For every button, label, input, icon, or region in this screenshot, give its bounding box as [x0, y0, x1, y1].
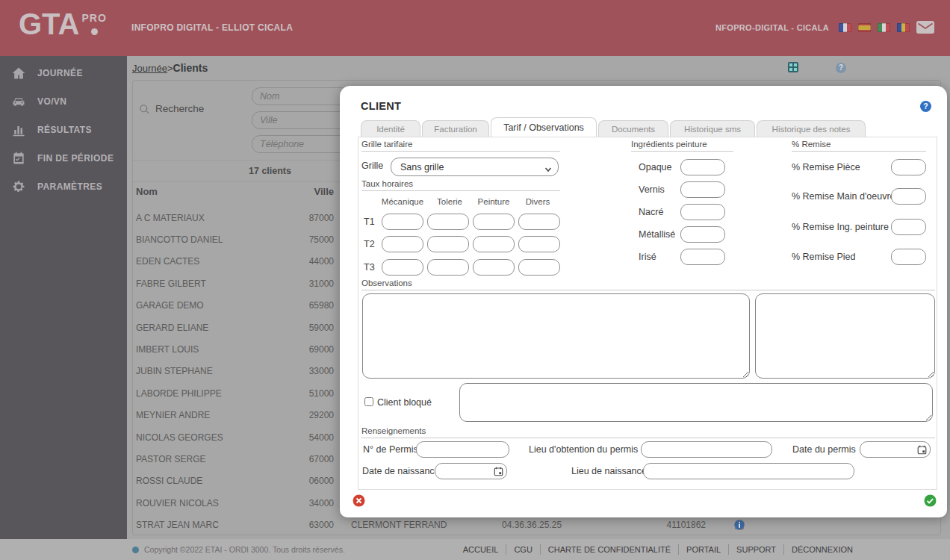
app-footer: Copyright ©2022 ETAI - ORDI 3000. Tous d…	[0, 539, 950, 560]
modal-title: CLIENT	[361, 100, 401, 112]
footer-link-cgu[interactable]: CGU	[506, 544, 539, 555]
sidebar-item-vovn[interactable]: VO/VN	[0, 87, 127, 116]
search-icon	[139, 104, 150, 115]
observations-secondary-textarea[interactable]	[755, 293, 935, 379]
sidebar-item-fin-de-periode[interactable]: FIN DE PÉRIODE	[0, 144, 127, 172]
client-bloque-textarea[interactable]	[459, 383, 933, 422]
taux-t3-peinture-input[interactable]	[473, 259, 515, 276]
car-icon	[11, 94, 26, 109]
flag-italy-icon[interactable]	[878, 23, 890, 32]
footer-link-portail[interactable]: PORTAIL	[678, 544, 728, 555]
cancel-button[interactable]	[353, 494, 365, 507]
taux-col-divers: Divers	[514, 197, 562, 206]
client-postal-code: 29200	[284, 410, 334, 420]
taux-t2-tolerie-input[interactable]	[427, 236, 469, 252]
mail-icon[interactable]	[916, 21, 934, 34]
taux-t1-peinture-input[interactable]	[473, 214, 515, 230]
client-postal-code: 87000	[284, 213, 334, 223]
breadcrumb-journee-link[interactable]: Journée	[132, 63, 167, 74]
client-bloque-checkbox[interactable]	[364, 397, 373, 406]
taux-t3-tolerie-input[interactable]	[427, 259, 469, 276]
sidebar-item-label: FIN DE PÉRIODE	[37, 153, 114, 164]
tab-documents[interactable]: Documents	[598, 120, 668, 137]
flag-romania-icon[interactable]	[897, 23, 910, 32]
tab-facturation[interactable]: Facturation	[422, 120, 489, 137]
tab-historique-notes[interactable]: Historique des notes	[757, 120, 866, 137]
client-number: 41101862	[621, 520, 706, 530]
taux-t3-divers-input[interactable]	[518, 259, 560, 276]
flag-france-icon[interactable]	[839, 23, 851, 32]
breadcrumb-separator: >	[167, 63, 173, 74]
footer-link-support[interactable]: SUPPORT	[728, 544, 783, 555]
ingredient-metallise-input[interactable]	[680, 226, 725, 243]
naissance-lieu-input[interactable]	[643, 463, 854, 479]
client-postal-code: 63000	[284, 520, 334, 530]
taux-t3-mecanique-input[interactable]	[382, 259, 423, 276]
ingredient-nacre-input[interactable]	[680, 204, 725, 220]
account-label: INFOPRO DIGITAL - ELLIOT CICALA	[131, 22, 293, 33]
taux-t2-peinture-input[interactable]	[473, 236, 515, 252]
taux-t2-mecanique-input[interactable]	[382, 236, 423, 252]
taux-t1-divers-input[interactable]	[518, 214, 560, 230]
info-icon[interactable]	[734, 520, 745, 530]
sidebar-item-journee[interactable]: JOURNÉE	[0, 59, 127, 87]
permis-date-input[interactable]	[865, 444, 917, 455]
modal-help-icon[interactable]: ?	[920, 101, 931, 112]
client-name: FABRE GILBERT	[136, 279, 206, 289]
permis-lieu-label: Lieu d'obtention du permis	[529, 444, 638, 455]
client-postal-code: 67000	[284, 454, 334, 464]
ingredient-nacre-label: Nacré	[639, 207, 663, 217]
client-name: A C MATERIAUX	[136, 213, 205, 223]
calendar-check-icon	[11, 151, 26, 166]
video-help-icon[interactable]	[788, 62, 798, 72]
client-name: GERARD ELIANE	[136, 323, 208, 333]
flag-spain-icon[interactable]	[858, 23, 871, 32]
calendar-icon[interactable]	[494, 467, 503, 476]
grille-select[interactable]: Sans grille	[391, 158, 559, 176]
section-observations: Observations	[361, 279, 935, 290]
bar-chart-icon	[11, 122, 26, 137]
tab-historique-sms[interactable]: Historique sms	[670, 120, 755, 137]
taux-col-tolerie: Tolerie	[426, 197, 474, 206]
validate-button[interactable]	[924, 494, 937, 507]
taux-t1-mecanique-input[interactable]	[382, 214, 423, 230]
remise-pied-input[interactable]	[891, 249, 926, 265]
sidebar-item-label: PARAMÈTRES	[37, 181, 102, 192]
permis-lieu-input[interactable]	[641, 441, 772, 458]
sidebar-item-label: RÉSULTATS	[37, 125, 92, 135]
section-remise: % Remise	[792, 140, 926, 152]
taux-t2-divers-input[interactable]	[518, 236, 560, 252]
sidebar-item-label: JOURNÉE	[37, 68, 83, 78]
remise-pied-label: % Remise Pied	[792, 252, 855, 262]
col-header-nom: Nom	[136, 186, 158, 197]
footer-link-accueil[interactable]: ACCUEIL	[456, 544, 506, 555]
tab-identite[interactable]: Identité	[361, 120, 420, 137]
observations-textarea[interactable]	[362, 293, 750, 379]
remise-piece-input[interactable]	[891, 159, 926, 175]
client-postal-code: 75000	[284, 234, 334, 245]
sidebar-item-resultats[interactable]: RÉSULTATS	[0, 116, 127, 144]
client-phone: 04.36.36.25.25	[502, 520, 562, 530]
remise-main-doeuvre-input[interactable]	[891, 188, 926, 205]
app-header: GTA PRO INFOPRO DIGITAL - ELLIOT CICALA …	[0, 0, 950, 56]
footer-link-charte[interactable]: CHARTE DE CONFIDENTIALITÉ	[540, 544, 678, 555]
client-postal-code: 54000	[284, 432, 334, 443]
client-postal-code: 33000	[284, 366, 334, 376]
grille-label: Grille	[361, 161, 383, 171]
footer-dot-icon	[132, 547, 139, 553]
permis-num-input[interactable]	[416, 441, 509, 458]
client-name: NICOLAS GEORGES	[136, 432, 223, 443]
page-help-icon[interactable]: ?	[836, 63, 846, 73]
client-postal-code: 65980	[284, 300, 334, 311]
tab-tarif-observations[interactable]: Tarif / Observations	[491, 117, 597, 137]
taux-t1-tolerie-input[interactable]	[427, 214, 469, 230]
naissance-date-label: Date de naissance	[362, 466, 440, 476]
ingredient-vernis-input[interactable]	[680, 181, 725, 198]
footer-link-deconnexion[interactable]: DÉCONNEXION	[783, 544, 860, 555]
naissance-date-input[interactable]	[440, 465, 494, 477]
calendar-icon[interactable]	[917, 445, 927, 455]
sidebar-item-parametres[interactable]: PARAMÈTRES	[0, 172, 127, 201]
remise-ing-peinture-input[interactable]	[891, 219, 926, 235]
ingredient-opaque-input[interactable]	[680, 159, 725, 175]
ingredient-irise-input[interactable]	[680, 249, 725, 265]
